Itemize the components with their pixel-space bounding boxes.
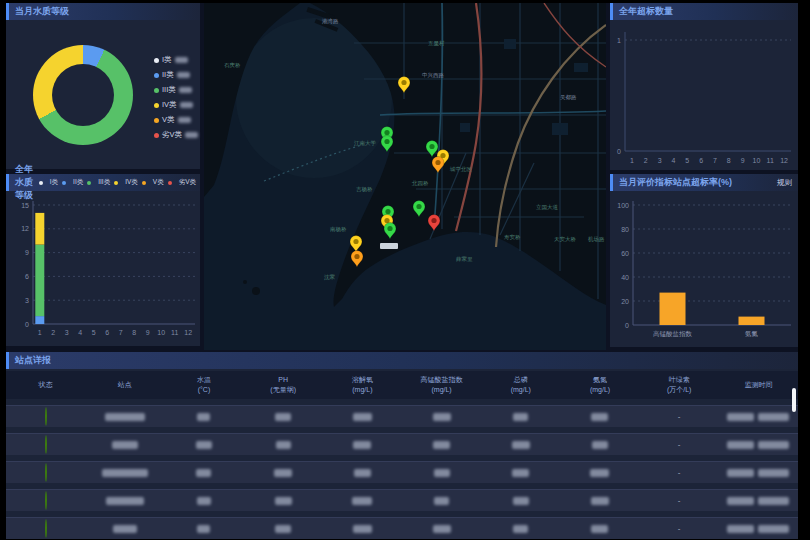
map[interactable]: 石庆桥港湾路中兴西路江南大学五星村北园桥城中北区吴都路立国大道寿安桥天安大桥机场… (204, 3, 606, 350)
time-cell (727, 497, 789, 505)
redacted-value (727, 525, 754, 533)
svg-text:7: 7 (713, 157, 717, 164)
panel-header: 全年超标数量 (610, 3, 798, 20)
table-row[interactable]: - (6, 405, 798, 427)
chlorophyll-cell: - (678, 412, 681, 421)
value-cell (433, 436, 450, 454)
table-title-bar: 站点详报 (6, 352, 798, 369)
legend-label: 劣V类 (162, 130, 182, 140)
table-row[interactable]: - (6, 517, 798, 539)
legend-item[interactable]: I类 (39, 178, 58, 187)
legend-item[interactable]: III类 (154, 85, 198, 95)
legend-dot (168, 181, 172, 185)
value-cell (197, 408, 210, 426)
legend-label: II类 (162, 70, 174, 80)
station-cell (106, 492, 144, 510)
svg-text:15: 15 (21, 202, 29, 209)
time-cell (727, 525, 789, 533)
value-cell (274, 464, 292, 482)
redacted-value (758, 413, 789, 421)
redacted-value (185, 132, 198, 138)
svg-text:40: 40 (621, 274, 629, 281)
redacted-value (727, 413, 754, 421)
table-scrollbar[interactable] (792, 388, 796, 412)
svg-text:11: 11 (767, 157, 774, 164)
legend-label: I类 (162, 55, 172, 65)
legend-item[interactable]: 劣V类 (168, 178, 196, 187)
redacted-value (102, 469, 148, 477)
table-header: 状态站点水温(°C)PH(无量纲)溶解氧(mg/L)高锰酸盐指数(mg/L)总磷… (6, 371, 798, 399)
yearly-exceed-chart: 10123456789101112 (610, 20, 798, 174)
redacted-value (276, 441, 291, 449)
legend-item[interactable]: II类 (62, 178, 83, 187)
legend-item[interactable]: V类 (154, 115, 198, 125)
dashboard: 当月水质等级 I类 II类 III类 IV类 V类 (0, 0, 810, 540)
svg-text:12: 12 (184, 329, 192, 336)
svg-text:11: 11 (171, 329, 178, 336)
station-cell (102, 464, 148, 482)
column-header: 状态 (6, 380, 85, 390)
redacted-value (590, 469, 609, 477)
legend-label: I类 (50, 178, 58, 187)
legend-item[interactable]: V类 (142, 178, 164, 187)
value-cell (512, 436, 530, 454)
redacted-value (727, 469, 754, 477)
svg-text:4: 4 (671, 157, 675, 164)
legend-label: II类 (73, 178, 83, 187)
panel-monthly-water-grade: 当月水质等级 I类 II类 III类 IV类 V类 (6, 3, 200, 169)
redacted-value (758, 525, 789, 533)
monthly-exceed-rate-chart: 020406080100高锰酸盐指数氨氮 (610, 191, 798, 351)
value-cell (590, 464, 609, 482)
value-cell (354, 464, 371, 482)
map-label: 五星村 (428, 40, 445, 47)
value-cell (352, 492, 372, 510)
table-row[interactable]: - (6, 461, 798, 483)
svg-text:100: 100 (617, 202, 629, 209)
table-row[interactable]: - (6, 489, 798, 511)
legend-item[interactable]: III类 (87, 178, 110, 187)
map-label: 吉杨桥 (356, 186, 373, 193)
legend-item[interactable]: I类 (154, 55, 198, 65)
panel-yearly-water-grade: 全年水质等级 I类 II类 III类 IV类 V类 劣V类 0369121512… (6, 174, 200, 346)
value-cell (433, 520, 451, 538)
legend-item[interactable]: IV类 (114, 178, 138, 187)
redacted-value (275, 413, 291, 421)
column-header: 高锰酸盐指数(mg/L) (402, 375, 481, 395)
svg-text:20: 20 (621, 298, 629, 305)
redacted-value (512, 441, 530, 449)
map-label: 薛家里 (456, 256, 473, 262)
redacted-value (197, 497, 211, 505)
table-row[interactable]: - (6, 433, 798, 455)
rules-link[interactable]: 规则 (777, 178, 798, 188)
svg-text:8: 8 (727, 157, 731, 164)
legend-item[interactable]: II类 (154, 70, 198, 80)
panel-header: 当月评价指标站点超标率(%) 规则 (610, 174, 798, 191)
redacted-value (178, 117, 191, 123)
redacted-value (433, 441, 450, 449)
status-dot-normal (45, 435, 47, 454)
time-cell (727, 469, 789, 477)
redacted-value (727, 497, 754, 505)
table-title: 站点详报 (15, 354, 51, 367)
legend-dot (154, 118, 159, 123)
legend-item[interactable]: 劣V类 (154, 130, 198, 140)
redacted-value (727, 441, 754, 449)
chlorophyll-cell: - (678, 468, 681, 477)
status-dot-normal (45, 519, 47, 538)
column-header: 溶解氧(mg/L) (323, 375, 402, 395)
value-cell (591, 408, 608, 426)
value-cell (276, 436, 291, 454)
svg-text:10: 10 (753, 157, 761, 164)
svg-text:4: 4 (78, 329, 82, 336)
station-cell (113, 520, 137, 538)
map-label: 南杨桥 (330, 226, 347, 233)
legend-item[interactable]: IV类 (154, 100, 198, 110)
svg-text:9: 9 (146, 329, 150, 336)
value-cell (513, 492, 529, 510)
legend-label: V类 (153, 178, 164, 187)
svg-text:0: 0 (625, 322, 629, 329)
map-label: 天安大桥 (554, 236, 577, 242)
status-dot-normal (45, 407, 47, 426)
svg-text:3: 3 (65, 329, 69, 336)
redacted-value (180, 102, 193, 108)
